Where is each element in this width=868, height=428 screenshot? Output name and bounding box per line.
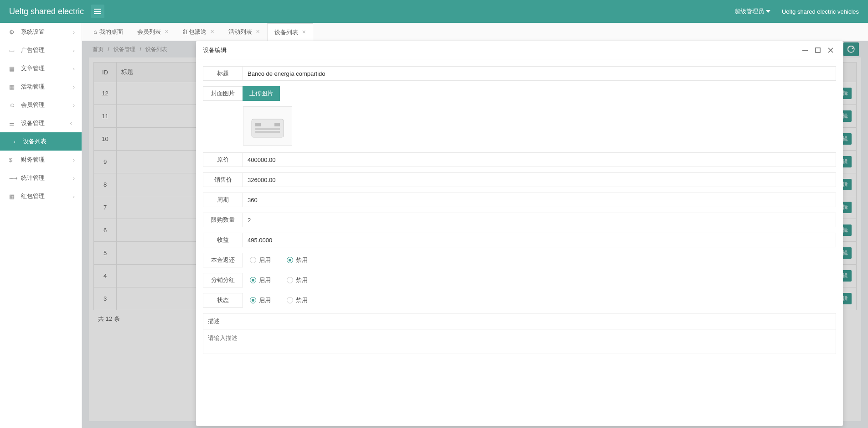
sidebar-item-devices[interactable]: ⚌ 设备管理 ⌄ bbox=[0, 114, 82, 132]
sidebar-subitem-device-list[interactable]: › 设备列表 bbox=[0, 132, 82, 151]
cell-id: 7 bbox=[94, 196, 117, 219]
close-icon[interactable]: ✕ bbox=[256, 29, 260, 35]
main-content: ⌂ 我的桌面 会员列表 ✕ 红包派送 ✕ 活动列表 ✕ 设备列表 ✕ bbox=[82, 23, 868, 428]
cell-id: 8 bbox=[94, 173, 117, 196]
label: 财务管理 bbox=[21, 156, 45, 164]
status-disable-radio[interactable]: 禁用 bbox=[287, 296, 308, 304]
upload-button[interactable]: 上传图片 bbox=[243, 86, 280, 101]
user-menu[interactable]: 超级管理员 bbox=[734, 7, 770, 16]
label: 系统设置 bbox=[21, 28, 45, 36]
breadcrumb-device-mgmt[interactable]: 设备管理 bbox=[114, 46, 135, 52]
close-icon bbox=[828, 47, 833, 53]
sale-label: 销售价 bbox=[203, 172, 243, 187]
sidebar-item-system[interactable]: ⚙ 系统设置 › bbox=[0, 23, 82, 41]
minimize-button[interactable] bbox=[800, 45, 811, 56]
sidebar-item-redpacket[interactable]: ▩ 红包管理 › bbox=[0, 187, 82, 205]
close-icon[interactable]: ✕ bbox=[210, 29, 214, 35]
app-header: Ueltg shared electric 超级管理员 Ueltg shared… bbox=[0, 0, 868, 23]
tab-desktop[interactable]: ⌂ 我的桌面 bbox=[87, 23, 130, 41]
label: 设备列表 bbox=[274, 28, 298, 37]
image-icon: ▭ bbox=[9, 47, 16, 54]
chevron-right-icon: › bbox=[73, 102, 75, 109]
label: 活动列表 bbox=[228, 28, 252, 36]
svg-rect-3 bbox=[255, 123, 261, 126]
cell-id: 6 bbox=[94, 219, 117, 242]
sidebar-item-activities[interactable]: ▦ 活动管理 › bbox=[0, 78, 82, 96]
tab-redpacket[interactable]: 红包派送 ✕ bbox=[176, 23, 222, 41]
close-icon[interactable]: ✕ bbox=[165, 29, 169, 35]
sidebar-item-members[interactable]: ☺ 会员管理 › bbox=[0, 96, 82, 114]
label: 广告管理 bbox=[21, 46, 45, 54]
device-image-icon bbox=[247, 110, 288, 142]
maximize-icon bbox=[815, 47, 821, 53]
label: 会员列表 bbox=[137, 28, 161, 36]
calendar-icon: ▦ bbox=[9, 84, 16, 90]
status-enable-radio[interactable]: 启用 bbox=[250, 296, 271, 304]
desc-textarea[interactable] bbox=[203, 329, 836, 352]
tab-bar: ⌂ 我的桌面 会员列表 ✕ 红包派送 ✕ 活动列表 ✕ 设备列表 ✕ bbox=[82, 23, 868, 41]
limit-input[interactable] bbox=[243, 213, 836, 227]
label: 活动管理 bbox=[21, 83, 45, 91]
chevron-right-icon: › bbox=[73, 65, 75, 72]
principal-label: 本金返还 bbox=[203, 253, 243, 267]
home-icon: ⌂ bbox=[93, 28, 97, 35]
label: 红包派送 bbox=[183, 28, 207, 36]
title-label: 标题 bbox=[203, 66, 243, 81]
caret-down-icon bbox=[766, 10, 770, 13]
svg-rect-0 bbox=[802, 50, 808, 51]
title-input[interactable] bbox=[243, 66, 836, 81]
breadcrumb-device-list: 设备列表 bbox=[145, 46, 167, 52]
cell-id: 12 bbox=[94, 82, 117, 105]
refresh-icon bbox=[847, 46, 855, 53]
sidebar-item-ads[interactable]: ▭ 广告管理 › bbox=[0, 41, 82, 59]
label: 会员管理 bbox=[21, 101, 45, 109]
svg-rect-6 bbox=[255, 131, 280, 133]
sliders-icon: ⚌ bbox=[9, 120, 16, 127]
th-id: ID bbox=[94, 63, 117, 82]
breadcrumb-home[interactable]: 首页 bbox=[93, 46, 103, 52]
dividend-enable-radio[interactable]: 启用 bbox=[250, 276, 271, 284]
sidebar-item-stats[interactable]: ⟿ 统计管理 › bbox=[0, 169, 82, 187]
cycle-label: 周期 bbox=[203, 193, 243, 207]
chevron-right-icon: › bbox=[73, 29, 75, 36]
chevron-down-icon: ⌄ bbox=[69, 121, 76, 126]
tab-activities[interactable]: 活动列表 ✕ bbox=[222, 23, 267, 41]
label: 设备管理 bbox=[21, 119, 45, 127]
sale-input[interactable] bbox=[243, 172, 836, 187]
refresh-button[interactable] bbox=[843, 42, 859, 56]
label: 我的桌面 bbox=[99, 28, 123, 36]
description-block: 描述 bbox=[203, 313, 836, 354]
menu-toggle-button[interactable] bbox=[91, 5, 104, 18]
principal-disable-radio[interactable]: 禁用 bbox=[287, 256, 308, 264]
principal-enable-radio[interactable]: 启用 bbox=[250, 256, 271, 264]
cover-preview[interactable] bbox=[243, 106, 292, 146]
profit-input[interactable] bbox=[243, 233, 836, 247]
close-icon[interactable]: ✕ bbox=[302, 29, 306, 35]
status-label: 状态 bbox=[203, 293, 243, 308]
sidebar-item-finance[interactable]: $ 财务管理 › bbox=[0, 151, 82, 169]
sidebar-item-articles[interactable]: ▤ 文章管理 › bbox=[0, 59, 82, 78]
logo: Ueltg shared electric bbox=[9, 7, 84, 16]
tab-members[interactable]: 会员列表 ✕ bbox=[130, 23, 176, 41]
modal-body: 标题 封面图片 上传图片 原价 bbox=[196, 59, 843, 426]
dividend-disable-radio[interactable]: 禁用 bbox=[287, 276, 308, 284]
cell-id: 5 bbox=[94, 242, 117, 265]
chevron-right-icon: › bbox=[73, 157, 75, 163]
coin-icon: $ bbox=[9, 157, 16, 163]
close-button[interactable] bbox=[825, 45, 836, 56]
svg-rect-5 bbox=[255, 128, 280, 130]
minimize-icon bbox=[802, 50, 808, 51]
desc-label: 描述 bbox=[203, 313, 836, 329]
device-edit-modal: 设备编辑 标题 封面图片 上传图片 bbox=[196, 41, 843, 426]
document-icon: ▤ bbox=[9, 65, 16, 72]
label: 设备列表 bbox=[23, 137, 46, 146]
chevron-right-icon: › bbox=[73, 47, 75, 54]
price-input[interactable] bbox=[243, 152, 836, 167]
maximize-button[interactable] bbox=[812, 45, 823, 56]
profit-label: 收益 bbox=[203, 233, 243, 247]
activity-icon: ⟿ bbox=[9, 175, 16, 182]
tab-devices[interactable]: 设备列表 ✕ bbox=[267, 23, 313, 41]
cell-id: 11 bbox=[94, 105, 117, 128]
chevron-right-icon: › bbox=[73, 175, 75, 182]
cycle-input[interactable] bbox=[243, 193, 836, 207]
